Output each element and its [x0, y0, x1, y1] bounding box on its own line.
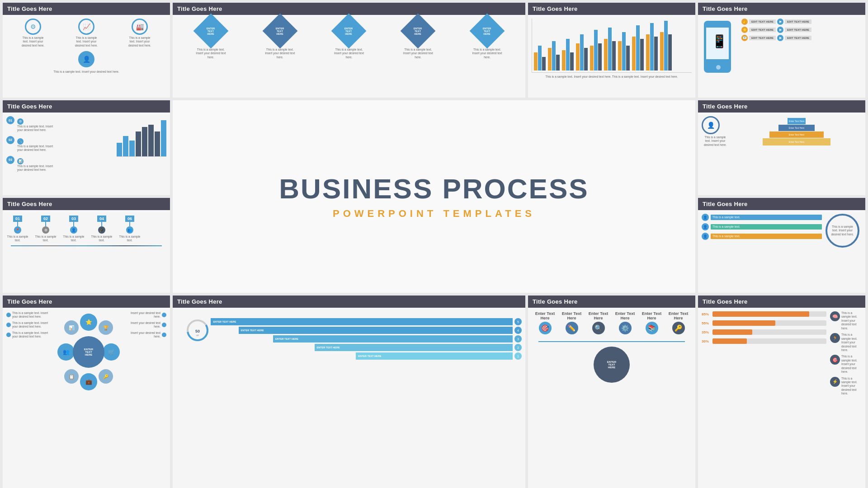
slide-8: Title Goes Here 👤 This is a sample text.… — [698, 198, 865, 293]
edit-4: EDIT TEXT HERE — [785, 28, 811, 32]
hex-right: 🛒 — [103, 343, 120, 361]
step-1: 1 — [514, 352, 522, 360]
col-label-3: Enter Text Here — [585, 311, 612, 320]
slide-10: Title Goes Here 50 ml ENTER TEXT HERE 5 — [173, 296, 525, 488]
col-label-5: Enter Text Here — [638, 311, 665, 320]
edit-2: EDIT TEXT HERE — [785, 19, 811, 24]
slide-4-header: Title Goes Here — [698, 3, 865, 15]
chart-desc: This is a sample text. Insert your desir… — [532, 75, 692, 79]
dot-4: 🎓 — [98, 226, 105, 234]
dot-3: 👤 — [70, 226, 77, 234]
svg-text:📱: 📱 — [712, 34, 727, 49]
slide-7-body: 01 📍 This is a sample text. 02 ⚙ This is… — [3, 210, 170, 291]
icon-row-3: 🔍 — [592, 322, 605, 334]
num-4: 04 — [97, 216, 106, 222]
timeline-3: 03 📊 This is a sample text. Insert your … — [6, 156, 113, 172]
icon-row-5: 📚 — [646, 322, 658, 334]
slide-12: Title Goes Here 85% 55% — [698, 296, 865, 488]
slide-8-body: 👤 This is a sample text. 👤 This is a sam… — [698, 210, 865, 291]
hex-bottom: 💼 — [80, 373, 97, 390]
icon-2: 📈 — [78, 19, 94, 35]
slide-1-body: ⚙ This is a sample text. Insert your des… — [3, 15, 170, 95]
pyramid-top: Enter Text Here — [788, 120, 805, 122]
pct-4: 30% — [702, 339, 711, 343]
slide-9-header: Title Goes Here — [3, 296, 170, 308]
slide-9-body: This is a sample text. Insert your desir… — [3, 308, 170, 488]
hex-tl: 📊 — [64, 320, 79, 335]
person-bar-2: This is a sample text. — [711, 224, 822, 230]
phone-icon: 📱 — [702, 19, 736, 82]
pyramid-3: Enter Text Here — [770, 133, 823, 136]
col-label-2: Enter Text Here — [558, 311, 585, 320]
diamond-text-5: This is a sample text. Insert your desir… — [472, 48, 503, 59]
icon-row-1: 🎯 — [539, 322, 552, 334]
edit-1: EDIT TEXT HERE — [749, 19, 776, 24]
slide-1: Title Goes Here ⚙ This is a sample text.… — [3, 3, 170, 98]
num-1: 01 — [13, 216, 22, 222]
slide-3-body: This is a sample text. Insert your desir… — [528, 15, 695, 95]
diamond-text-4: This is a sample text. Insert your desir… — [402, 48, 434, 59]
edit-3: EDIT TEXT HERE — [749, 28, 776, 32]
slide-2: Title Goes Here ENTERTEXTHERE ENTERTEXTH… — [173, 3, 525, 98]
dot-1: 📍 — [14, 226, 21, 234]
icon-center: 👤 — [78, 51, 94, 67]
num-5: 06 — [125, 216, 134, 222]
diamond-text-2: This is a sample text. Insert your desir… — [264, 48, 296, 59]
dot-5: 👥 — [126, 226, 133, 234]
right-icon-4: ⚡ — [830, 377, 840, 387]
circle-icon: 👤 — [702, 116, 720, 134]
col-label-1: Enter Text Here — [532, 311, 558, 320]
person-bar-3: This is a sample text. — [711, 234, 822, 239]
slide-10-body: 50 ml ENTER TEXT HERE 5 ENTER TEXT HERE … — [173, 308, 525, 488]
slide-4-body: 📱 👍 EDIT TEXT HERE ▶ EDIT TEXT HERE ⭐ ED… — [698, 15, 865, 95]
step-3: 3 — [514, 335, 522, 343]
slide-4: Title Goes Here 📱 👍 EDIT TEXT HERE ▶ — [698, 3, 865, 98]
slide-5-header: Title Goes Here — [3, 100, 170, 113]
hex-left: 👥 — [57, 343, 75, 361]
slide-11: Title Goes Here Enter Text Here 🎯 Enter … — [528, 296, 695, 488]
edit-5: EDIT TEXT HERE — [749, 36, 776, 40]
slide-1-header: Title Goes Here — [3, 3, 170, 15]
step-4: 4 — [514, 327, 522, 334]
slide-6: Title Goes Here 👤 This is a sample text.… — [698, 100, 865, 195]
text-2: This is a sample text. Insert your desir… — [74, 36, 99, 47]
right-icon-3: 🎯 — [830, 355, 840, 365]
pyramid-bottom: Enter Text Here — [764, 141, 830, 143]
bottom-text: This is a sample text. Insert your desir… — [6, 70, 166, 74]
slide-7: Title Goes Here 01 📍 This is a sample te… — [3, 198, 170, 293]
num-3: 03 — [69, 216, 78, 222]
circle-diagram: This is a sample text. Insert your desir… — [826, 214, 859, 248]
diamond-text-3: This is a sample text. Insert your desir… — [333, 48, 365, 59]
pct-1: 85% — [702, 312, 711, 316]
edit-6: EDIT TEXT HERE — [785, 36, 811, 40]
svg-text:ml: ml — [196, 334, 198, 337]
slide-2-body: ENTERTEXTHERE ENTERTEXTHERE ENTERTEXTHER… — [173, 15, 525, 95]
hex-br: 🔑 — [99, 369, 113, 384]
slide-9: Title Goes Here This is a sample text. I… — [3, 296, 170, 488]
text-3: This is a sample text. Insert your desir… — [127, 36, 152, 47]
center-hex: ENTERTEXTHERE — [73, 336, 104, 368]
slide-11-body: Enter Text Here 🎯 Enter Text Here ✏️ Ent… — [528, 308, 695, 488]
icon-row-4: ⚙️ — [619, 322, 632, 334]
featured-title: BUSINESS PROCESS — [279, 174, 589, 204]
slide-3: Title Goes Here This is a sample text. I… — [528, 3, 695, 98]
text-1: This is a sample text. Insert your desir… — [21, 36, 46, 47]
diamond-text-1: This is a sample text. Insert your desir… — [195, 48, 226, 59]
slide-5: Title Goes Here 01 ⚙ This is a sample te… — [3, 100, 170, 195]
slide-2-header: Title Goes Here — [173, 3, 525, 15]
slide-3-header: Title Goes Here — [528, 3, 695, 15]
slide-12-header: Title Goes Here — [698, 296, 865, 308]
right-icon-1: 🧠 — [830, 311, 840, 321]
slide-6-header: Title Goes Here — [698, 100, 865, 113]
person-2: 👤 This is a sample text. — [702, 223, 822, 230]
slide-8-header: Title Goes Here — [698, 198, 865, 210]
slide-11-header: Title Goes Here — [528, 296, 695, 308]
slide-featured: BUSINESS PROCESS POWERPOINT TEMPLATES — [173, 100, 695, 293]
step-2: 2 — [514, 344, 522, 351]
num-2: 02 — [41, 216, 50, 222]
col-label-6: Enter Text Here — [665, 311, 692, 320]
timeline-2: 02 🔧 This is a sample text. Insert your … — [6, 136, 113, 152]
icon-1: ⚙ — [25, 19, 41, 35]
step-5: 5 — [514, 318, 522, 325]
slide-10-header: Title Goes Here — [173, 296, 525, 308]
